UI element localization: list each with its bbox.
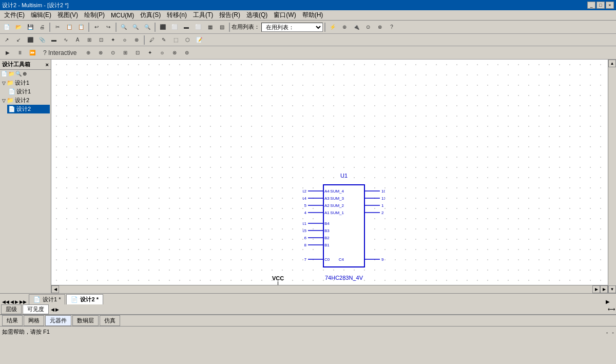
- info-tab-sim[interactable]: 仿真: [100, 315, 120, 326]
- close-button[interactable]: ×: [606, 2, 614, 9]
- view-btn4[interactable]: ⬜: [192, 22, 204, 32]
- sim-btn4[interactable]: ⊞: [120, 48, 131, 58]
- sim-btn7[interactable]: ⌾: [157, 48, 168, 58]
- draw-btn5[interactable]: ▬: [48, 35, 60, 45]
- component-btn6[interactable]: ?: [386, 22, 397, 32]
- menu-edit[interactable]: 编辑(E): [28, 10, 54, 21]
- undo-button[interactable]: ↩: [91, 22, 102, 32]
- tree-design2-child[interactable]: 📄 设计2: [7, 105, 50, 113]
- scroll-down-button[interactable]: ▼: [608, 285, 616, 293]
- layers-tab-visibility[interactable]: 可见度: [23, 304, 49, 314]
- view-btn6[interactable]: ▧: [216, 22, 227, 32]
- sim-play-button[interactable]: ▶: [2, 48, 13, 58]
- menu-help[interactable]: 帮助(H): [299, 10, 326, 21]
- view-btn2[interactable]: ⬜: [169, 22, 180, 32]
- tab-scroll-right[interactable]: ▶: [606, 299, 614, 304]
- layers-resize[interactable]: ⟷: [608, 306, 615, 312]
- draw-btn2[interactable]: ↙: [13, 35, 24, 45]
- tree-root2[interactable]: ▽ 📁 设计2: [1, 96, 50, 105]
- component-btn5[interactable]: ⊗: [374, 22, 386, 32]
- component-btn3[interactable]: 🔌: [351, 22, 362, 32]
- redo-button[interactable]: ↪: [103, 22, 114, 32]
- scroll-track-h[interactable]: [59, 285, 592, 293]
- view-btn5[interactable]: ▦: [204, 22, 216, 32]
- minimize-button[interactable]: _: [587, 2, 595, 9]
- info-tab-results[interactable]: 结果: [2, 315, 23, 326]
- component-btn4[interactable]: ⊙: [362, 22, 374, 32]
- scroll-right2-button[interactable]: ▶: [600, 285, 608, 293]
- tree-root[interactable]: ▽ 📁 设计1: [1, 79, 50, 87]
- tree-icon-3[interactable]: 🔍: [15, 71, 22, 76]
- tab-nav-last[interactable]: ▶▶: [20, 299, 27, 304]
- draw-btn4[interactable]: 📎: [36, 35, 48, 45]
- menu-transfer[interactable]: 转移(n): [164, 10, 190, 21]
- layers-nav-prev[interactable]: ◀: [51, 307, 54, 312]
- scroll-up-button[interactable]: ▲: [608, 60, 616, 67]
- draw-btn8[interactable]: ⊞: [84, 35, 95, 45]
- menu-file[interactable]: 文件(E): [1, 10, 28, 21]
- sim-btn3[interactable]: ⊙: [107, 48, 119, 58]
- draw-btn6[interactable]: ∿: [60, 35, 71, 45]
- tree-design1-child[interactable]: 📄 设计1: [7, 87, 50, 96]
- menu-sim[interactable]: 仿真(S): [137, 10, 164, 21]
- copy-button[interactable]: 📋: [64, 22, 75, 32]
- zoom-fit-button[interactable]: 🔍: [142, 22, 153, 32]
- menu-reports[interactable]: 报告(R): [216, 10, 243, 21]
- maximize-button[interactable]: □: [596, 2, 605, 9]
- component-btn1[interactable]: ⚡: [327, 22, 338, 32]
- draw-btn7[interactable]: A: [72, 35, 83, 45]
- scroll-right-button[interactable]: ▶: [592, 285, 600, 293]
- ic-u1[interactable]: U1 12 A4: [303, 173, 385, 281]
- draw-btn10[interactable]: ✦: [107, 35, 119, 45]
- sim-btn8[interactable]: ⊗: [169, 48, 180, 58]
- menu-view[interactable]: 视图(V): [54, 10, 81, 21]
- sim-btn5[interactable]: ⊡: [132, 48, 143, 58]
- draw-btn9[interactable]: ⊡: [95, 35, 107, 45]
- zoom-out-button[interactable]: 🔍: [130, 22, 141, 32]
- layers-nav-next[interactable]: ▶: [55, 307, 59, 312]
- tree-icon-1[interactable]: 📄: [1, 71, 7, 76]
- sim-btn1[interactable]: ⊕: [83, 48, 94, 58]
- tab-design2[interactable]: 📄 设计2 *: [66, 294, 103, 304]
- toolbox-close[interactable]: ×: [46, 62, 49, 68]
- draw-btn1[interactable]: ↗: [1, 35, 12, 45]
- tree-icon-4[interactable]: ⊕: [23, 71, 27, 76]
- menu-draw[interactable]: 绘制(P): [81, 10, 108, 21]
- tab-design1[interactable]: 📄 设计1 *: [29, 294, 65, 304]
- draw-btn13[interactable]: 🖊: [146, 35, 158, 45]
- sim-step-button[interactable]: ⏩: [27, 48, 38, 58]
- inuse-list-select[interactable]: 在用列表：: [261, 23, 323, 32]
- view-btn3[interactable]: ▬: [181, 22, 192, 32]
- draw-btn3[interactable]: ⬛: [25, 35, 36, 45]
- schematic-canvas-area[interactable]: U1 12 A4: [51, 60, 608, 293]
- sim-btn9[interactable]: ⊚: [181, 48, 192, 58]
- draw-btn14[interactable]: ✎: [158, 35, 169, 45]
- layers-tab-level[interactable]: 层级: [1, 304, 22, 314]
- menu-options[interactable]: 选项(Q): [243, 10, 271, 21]
- print-button[interactable]: 🖨: [36, 22, 48, 32]
- info-tab-net[interactable]: 网格: [24, 315, 44, 326]
- view-btn1[interactable]: ⬛: [157, 22, 168, 32]
- menu-mcu[interactable]: MCU(M): [108, 11, 137, 20]
- paste-button[interactable]: 📋: [75, 22, 87, 32]
- draw-btn16[interactable]: ⬡: [182, 35, 193, 45]
- info-tab-components[interactable]: 元器件: [45, 315, 71, 326]
- save-button[interactable]: 💾: [25, 22, 36, 32]
- scroll-left-button[interactable]: ◀: [51, 285, 59, 293]
- zoom-in-button[interactable]: 🔍: [118, 22, 129, 32]
- draw-btn11[interactable]: ⌾: [119, 35, 130, 45]
- sim-btn2[interactable]: ⊗: [95, 48, 106, 58]
- tab-nav-prev[interactable]: ◀: [10, 299, 14, 304]
- tab-nav-first[interactable]: ◀◀: [2, 299, 9, 304]
- cut-button[interactable]: ✂: [52, 22, 63, 32]
- draw-btn15[interactable]: ⬚: [170, 35, 181, 45]
- tree-icon-2[interactable]: 📁: [8, 71, 14, 76]
- sim-stop-button[interactable]: ⏸: [14, 48, 26, 58]
- sim-btn6[interactable]: ✦: [144, 48, 156, 58]
- tab-nav-next[interactable]: ▶: [15, 299, 18, 304]
- new-button[interactable]: 📄: [1, 22, 12, 32]
- menu-window[interactable]: 窗口(W): [271, 10, 299, 21]
- draw-btn12[interactable]: ⊗: [131, 35, 142, 45]
- info-tab-copper[interactable]: 数铜层: [72, 315, 99, 326]
- draw-btn17[interactable]: 📝: [194, 35, 205, 45]
